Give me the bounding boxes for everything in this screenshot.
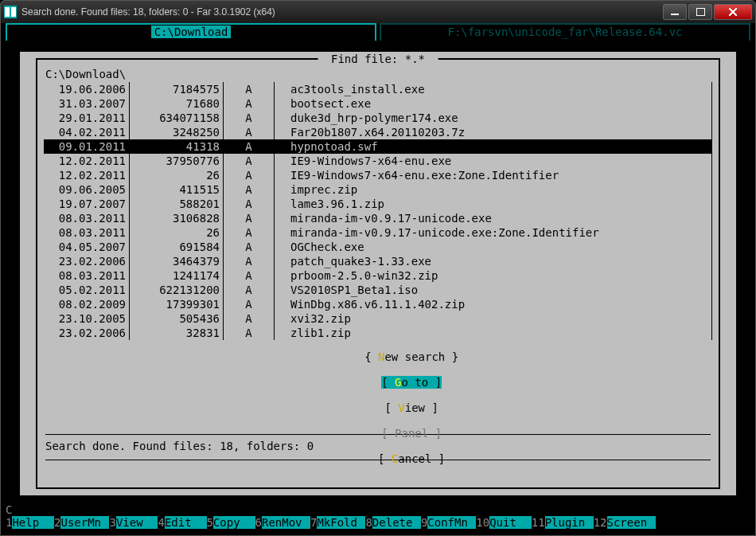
result-row[interactable]: 05.02.2011622131200AVS2010SP1_Beta1.iso (44, 283, 712, 297)
maximize-button[interactable] (688, 4, 712, 20)
fkey-8[interactable]: 8Delete (365, 516, 420, 530)
view-button[interactable]: [ View ] (384, 401, 438, 414)
result-row[interactable]: 29.01.2011634071158Aduke3d_hrp-polymer17… (44, 111, 712, 125)
app-window: Search done. Found files: 18, folders: 0… (0, 0, 756, 536)
result-row[interactable]: 09.01.201141318Ahypnotoad.swf (44, 139, 712, 154)
result-row[interactable]: 19.06.20067184575Aac3tools_install.exe (44, 82, 712, 96)
results-list[interactable]: 19.06.20067184575Aac3tools_install.exe31… (44, 82, 712, 340)
panel-button[interactable]: [ Panel ] (381, 427, 442, 440)
result-row[interactable]: 04.05.2007691584AOGCheck.exe (44, 240, 712, 254)
fkey-3[interactable]: 3View (109, 516, 158, 530)
result-row[interactable]: 08.03.20111241174Aprboom-2.5.0-win32.zip (44, 268, 712, 283)
result-row[interactable]: 08.02.200917399301AWinDbg.x86.v6.11.1.40… (44, 297, 712, 311)
titlebar[interactable]: Search done. Found files: 18, folders: 0… (1, 1, 755, 23)
fkey-1[interactable]: 1Help (6, 516, 54, 530)
fkey-2[interactable]: 2UserMn (54, 516, 109, 530)
result-row[interactable]: 31.03.200771680Abootsect.exe (44, 96, 712, 111)
search-path: C:\Download\ (45, 68, 126, 80)
fkey-12[interactable]: 12Screen (594, 516, 656, 530)
right-panel-path[interactable]: F:\farsvn\unicode_far\Release.64.vc (380, 23, 750, 41)
dialog-title: Find file: *.* (318, 53, 438, 65)
cmdline-prompt: C (6, 503, 12, 516)
dialog-frame: Find file: *.* C:\Download\ 19.06.200671… (36, 58, 720, 489)
fkey-4[interactable]: 4Edit (158, 516, 206, 530)
fkey-5[interactable]: 5Copy (207, 516, 255, 530)
result-row[interactable]: 08.03.20113106828Amiranda-im-v0.9.17-uni… (44, 211, 712, 225)
find-file-dialog: Find file: *.* C:\Download\ 19.06.200671… (20, 52, 736, 495)
fkey-6[interactable]: 6RenMov (255, 516, 310, 530)
fkey-11[interactable]: 11Plugin (532, 516, 594, 530)
result-row[interactable]: 19.07.2007588201Alame3.96.1.zip (44, 197, 712, 211)
result-row[interactable]: 12.02.201126AIE9-Windows7-x64-enu.exe:Zo… (44, 168, 712, 182)
goto-button[interactable]: [ Go to ] (381, 376, 442, 389)
fkey-9[interactable]: 9ConfMn (421, 516, 476, 530)
function-key-bar[interactable]: 1Help 2UserMn 3View 4Edit 5Copy 6RenMov … (6, 516, 750, 530)
panel-headers: C:\Download F:\farsvn\unicode_far\Releas… (6, 23, 750, 41)
result-row[interactable]: 09.06.2005411515Aimprec.zip (44, 182, 712, 197)
result-row[interactable]: 23.10.2005505436Axvi32.zip (44, 311, 712, 326)
close-button[interactable] (714, 4, 752, 20)
result-row[interactable]: 08.03.201126Amiranda-im-v0.9.17-unicode.… (44, 225, 712, 240)
left-panel-path[interactable]: C:\Download (6, 23, 376, 41)
result-row[interactable]: 12.02.201137950776AIE9-Windows7-x64-enu.… (44, 154, 712, 168)
fkey-10[interactable]: 10Quit (476, 516, 531, 530)
result-row[interactable]: 23.02.20063464379Apatch_quake3-1.33.exe (44, 254, 712, 268)
window-title: Search done. Found files: 18, folders: 0… (21, 6, 663, 18)
app-icon (4, 6, 17, 18)
cancel-button[interactable]: [ Cancel ] (378, 452, 445, 465)
fkey-7[interactable]: 7MkFold (310, 516, 365, 530)
result-row[interactable]: 04.02.20113248250AFar20b1807.x64.2011020… (44, 125, 712, 139)
terminal-area: C:\Download F:\farsvn\unicode_far\Releas… (6, 23, 750, 530)
minimize-button[interactable] (663, 4, 687, 20)
window-controls (663, 4, 752, 20)
new-search-button[interactable]: { New search } (364, 350, 458, 363)
dialog-button-row: { New search } [ Go to ] [ View ] [ Pane… (37, 338, 719, 478)
